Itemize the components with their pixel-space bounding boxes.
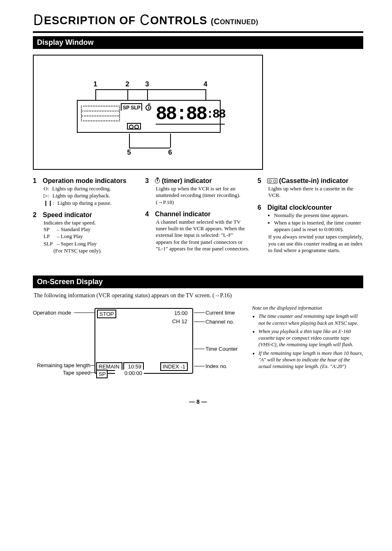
item-1-row1-text: Lights up during playback. <box>53 192 110 199</box>
tick-6 <box>170 134 171 148</box>
column-1: 1Operation mode indicators O:Lights up d… <box>33 177 138 259</box>
section-bar-osd: On-Screen Display <box>33 276 363 288</box>
item-4-num: 4 <box>145 211 151 218</box>
top-tick-bar <box>95 89 205 90</box>
item-5: 5 (Cassette-in) indicator Lights up when… <box>258 177 363 199</box>
page-title: DESCRIPTION OF CONTROLS (CONTINUED) <box>33 12 363 33</box>
item-3: 3 (timer) indicator Lights up when the V… <box>145 177 251 206</box>
callout-3: 3 <box>143 80 151 88</box>
item-2-row0-text: – Standard Play <box>57 226 90 233</box>
item-5-num: 5 <box>258 177 263 185</box>
title-continued: (CONTINUED) <box>211 19 258 25</box>
item-3-heading: (timer) indicator <box>155 177 212 185</box>
osd-note-heading: Note on the displayed information <box>252 305 363 311</box>
lead-op-mode <box>74 313 95 313</box>
label-remain: Remaining tape length <box>33 362 90 368</box>
tick-4 <box>205 89 206 100</box>
item-2-tail: (For NTSC tape only). <box>33 248 138 254</box>
item-6-heading: Digital clock/counter <box>267 204 332 211</box>
item-1-row0-icon: O: <box>44 185 49 192</box>
callout-1: 1 <box>91 80 99 88</box>
tv-index: INDEX -1 <box>160 362 188 371</box>
title-cap-d: D <box>33 12 43 29</box>
tv-ch: CH 12 <box>171 318 189 325</box>
label-tape-speed: Tape speed <box>33 370 90 376</box>
item-2-heading: Speed indicator <box>43 211 92 219</box>
lead-index-no <box>194 366 205 366</box>
item-1-row0-text: Lights up during recording. <box>52 185 111 192</box>
callout-6: 6 <box>166 148 174 157</box>
item-2-row0-icon: SP <box>44 226 53 233</box>
item-2: 2Speed indicator Indicates the tape spee… <box>33 211 138 254</box>
display-items-columns: 1Operation mode indicators O:Lights up d… <box>33 177 363 259</box>
digits-main: 88:88 <box>156 104 206 125</box>
item-6-num: 6 <box>258 204 263 211</box>
column-2: 3 (timer) indicator Lights up when the V… <box>145 177 251 259</box>
item-1-row1-icon: ▷: <box>44 192 49 199</box>
item-5-heading: (Cassette-in) indicator <box>267 177 348 185</box>
osd-wrap: Operation mode Remaining tape length Tap… <box>33 305 363 387</box>
tv-counter: 0:00:00 <box>115 370 144 377</box>
item-3-body: Lights up when the VCR is set for an una… <box>145 185 251 206</box>
tv-stop: STOP <box>97 310 116 318</box>
tick-1 <box>95 89 96 100</box>
osd-note-1: When you playback a thin tape like an E-… <box>258 328 363 348</box>
item-5-heading-text: (Cassette-in) indicator <box>279 177 348 184</box>
label-time-counter: Time Counter <box>205 346 238 352</box>
tick-3 <box>147 89 148 100</box>
callout-4: 4 <box>201 80 210 88</box>
item-2-row1-text: – Long Play <box>57 233 83 240</box>
item-6-bullet-0: Normally the present time appears. <box>274 212 363 219</box>
item-4-heading: Channel indicator <box>155 211 210 218</box>
bottom-tick-bar <box>129 148 170 148</box>
tv-time: 15:00 <box>173 310 189 317</box>
tick-5 <box>129 134 130 148</box>
page-number: — 8 — <box>33 398 363 405</box>
label-ch-no: Channel no. <box>205 319 234 325</box>
item-3-heading-text: (timer) indicator <box>162 177 212 184</box>
label-cur-time: Current time <box>205 310 235 316</box>
item-5-body: Lights up when there is a cassette in th… <box>258 185 363 199</box>
callout-2: 2 <box>123 80 131 88</box>
column-3: 5 (Cassette-in) indicator Lights up when… <box>258 177 363 259</box>
operation-mode-icons-area <box>81 106 120 121</box>
timer-icon <box>145 105 151 111</box>
tv-sp: SP <box>96 370 108 378</box>
lcd-panel: SP SLP 88:88:88 <box>77 100 221 133</box>
item-1-heading: Operation mode indicators <box>43 177 127 185</box>
item-2-row1-icon: LP <box>44 233 53 240</box>
display-window-diagram: 1 2 3 4 SP SLP 88:88:88 5 6 <box>33 55 263 170</box>
lead-time-counter <box>194 349 205 349</box>
item-2-lead: Indicates the tape speed. <box>33 220 138 226</box>
item-1-row2-text: Lights up during a pause. <box>58 200 112 206</box>
osd-note-list: The time counter and remaining tape leng… <box>252 313 363 370</box>
timer-inline-icon <box>155 178 160 183</box>
tick-2 <box>127 89 128 100</box>
speed-label: SP SLP <box>121 103 142 111</box>
cassette-inline-icon <box>267 178 277 183</box>
osd-note: Note on the displayed information The ti… <box>252 305 363 387</box>
title-cont-rest: ONTINUED) <box>220 19 258 25</box>
title-cap-c: C <box>140 12 150 29</box>
osd-intro: The following information (VCR operating… <box>34 292 363 299</box>
digital-clock-display: 88:88:88 <box>156 105 225 125</box>
osd-note-2: If the remaining tape length is more tha… <box>258 350 363 370</box>
osd-diagram: Operation mode Remaining tape length Tap… <box>33 305 244 387</box>
item-6: 6Digital clock/counter Normally the pres… <box>258 204 363 254</box>
lead-cur-time <box>194 313 205 313</box>
title-cont-open: (C <box>211 17 220 26</box>
item-6-bullets: Normally the present time appears. When … <box>258 212 363 233</box>
item-1-rows: O:Lights up during recording. ▷:Lights u… <box>33 185 138 206</box>
item-6-tail: If you always rewind your tapes complete… <box>258 234 363 254</box>
lead-ch-no <box>194 322 205 322</box>
item-3-num: 3 <box>145 177 151 185</box>
label-op-mode: Operation mode <box>33 310 71 316</box>
osd-note-0: The time counter and remaining tape leng… <box>258 313 363 326</box>
item-2-num: 2 <box>33 211 39 219</box>
item-2-row2-icon: SLP <box>44 241 53 247</box>
section-bar-display-window: Display Window <box>33 36 363 49</box>
item-1: 1Operation mode indicators O:Lights up d… <box>33 177 138 206</box>
label-index-no: Index no. <box>205 363 228 369</box>
item-4-body: A channel number selected with the TV tu… <box>145 219 251 252</box>
digits-sub: :88 <box>206 107 225 121</box>
